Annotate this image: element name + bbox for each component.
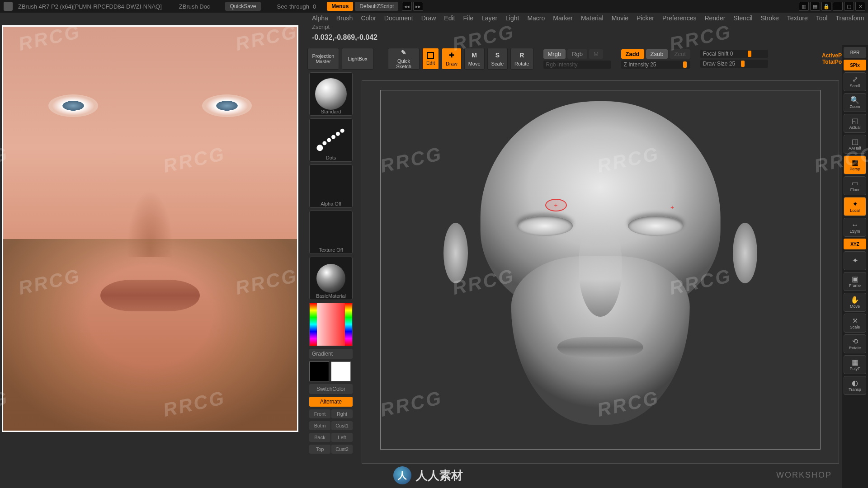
maximize-icon[interactable]: ▢	[844, 2, 854, 11]
menu-marker[interactable]: Marker	[553, 14, 573, 22]
draw-size-slider[interactable]: Draw Size 25	[700, 60, 768, 68]
alpha-slot[interactable]: Alpha Off	[309, 164, 353, 208]
scale-mode-button[interactable]: SScale	[487, 48, 508, 70]
menus-button[interactable]: Menus	[327, 2, 353, 11]
menu-edit[interactable]: Edit	[444, 14, 455, 22]
stroke-slot[interactable]: Dots	[309, 118, 353, 162]
viewport[interactable]: +	[362, 80, 839, 464]
menu-preferences[interactable]: Preferences	[662, 14, 696, 22]
footer-brand-icon: 人	[393, 466, 411, 484]
view-top-button[interactable]: Top	[309, 445, 330, 454]
projection-master-button[interactable]: Projection Master	[307, 48, 339, 70]
menu-movie[interactable]: Movie	[612, 14, 628, 22]
move-icon: M	[470, 51, 479, 60]
layout1-icon[interactable]: ▥	[799, 2, 809, 11]
menu-render[interactable]: Render	[704, 14, 725, 22]
rotate-mode-button[interactable]: RRotate	[510, 48, 533, 70]
menu-macro[interactable]: Macro	[527, 14, 545, 22]
spix-button[interactable]: SPix	[844, 60, 866, 70]
transp-button[interactable]: ◐Transp	[844, 376, 866, 395]
floor-button[interactable]: ▭Floor	[844, 176, 866, 195]
menu-light[interactable]: Light	[505, 14, 519, 22]
draw-mode-button[interactable]: ✚Draw	[442, 48, 462, 70]
seethrough-value[interactable]: 0	[311, 3, 318, 10]
view-back-button[interactable]: Back	[309, 433, 330, 442]
switchcolor-button[interactable]: SwitchColor	[309, 384, 353, 394]
persp-label: Persp	[849, 167, 860, 171]
nav-scale-button[interactable]: ⤧Scale	[844, 314, 866, 333]
zcut-chip[interactable]: Zcut	[670, 49, 690, 59]
scroll-button[interactable]: ⤢Scroll	[844, 72, 866, 91]
menu-document[interactable]: Document	[384, 14, 413, 22]
menu-tool[interactable]: Tool	[816, 14, 828, 22]
menu-file[interactable]: File	[463, 14, 473, 22]
xyz-button[interactable]: XYZ	[844, 239, 866, 249]
draw-icon: ✚	[447, 51, 456, 60]
menu-alpha[interactable]: Alpha	[312, 14, 328, 22]
lock-icon[interactable]: 🔒	[821, 2, 831, 11]
next-icon[interactable]: ▸▸	[413, 2, 423, 11]
frame-button[interactable]: ▣Frame	[844, 272, 866, 291]
pf-button[interactable]: ✦	[844, 251, 866, 270]
view-front-button[interactable]: Front	[309, 409, 330, 418]
menu-stencil[interactable]: Stencil	[733, 14, 752, 22]
nav-move-label: Move	[850, 304, 860, 309]
m-chip[interactable]: M	[589, 49, 603, 59]
prev-icon[interactable]: ◂◂	[402, 2, 412, 11]
local-button[interactable]: ✦Local	[844, 197, 866, 216]
view-bottom-button[interactable]: Botm	[309, 421, 330, 430]
rgb-chip[interactable]: Rgb	[567, 49, 587, 59]
bpr-button[interactable]: BPR	[844, 47, 866, 58]
polyf-button[interactable]: ▦PolyF	[844, 355, 866, 374]
hue-bar-left[interactable]	[310, 303, 317, 346]
actual-button[interactable]: ◱Actual	[844, 114, 866, 133]
menu-stroke[interactable]: Stroke	[760, 14, 778, 22]
brush-slot[interactable]: Standard	[309, 72, 353, 116]
zsub-chip[interactable]: Zsub	[646, 49, 668, 59]
persp-button[interactable]: ▦Persp	[844, 155, 866, 174]
active-points: ActiveP	[822, 52, 842, 59]
minimize-icon[interactable]: —	[833, 2, 843, 11]
rotate-icon: R	[517, 51, 526, 60]
menu-layer[interactable]: Layer	[481, 14, 497, 22]
rgb-intensity-slider[interactable]: Rgb Intensity	[543, 61, 611, 69]
default-zscript-button[interactable]: DefaultZScript	[355, 2, 398, 11]
close-icon[interactable]: ✕	[855, 2, 865, 11]
menu-texture[interactable]: Texture	[787, 14, 808, 22]
view-cust1-button[interactable]: Cust1	[331, 421, 353, 430]
lightbox-button[interactable]: LightBox	[342, 48, 373, 70]
move-mode-button[interactable]: MMove	[464, 48, 485, 70]
z-intensity-slider[interactable]: Z Intensity 25	[621, 61, 690, 69]
menu-color[interactable]: Color	[361, 14, 376, 22]
aahalf-button[interactable]: ◫AAHalf	[844, 135, 866, 154]
zoom-button[interactable]: 🔍Zoom	[844, 93, 866, 112]
mrgb-chip[interactable]: Mrgb	[543, 49, 566, 59]
view-left-button[interactable]: Left	[331, 433, 353, 442]
menu-draw[interactable]: Draw	[421, 14, 436, 22]
texture-slot[interactable]: Texture Off	[309, 211, 353, 254]
material-slot[interactable]: BasicMaterial	[309, 257, 353, 300]
nav-move-button[interactable]: ✋Move	[844, 293, 866, 312]
alternate-button[interactable]: Alternate	[309, 397, 353, 407]
menu-picker[interactable]: Picker	[637, 14, 654, 22]
primary-color-swatch[interactable]	[331, 361, 351, 381]
nav-rotate-button[interactable]: ⟲Rotate	[844, 334, 866, 353]
hue-bar-right[interactable]	[345, 303, 352, 346]
secondary-color-swatch[interactable]	[309, 361, 329, 381]
view-right-button[interactable]: Rght	[331, 409, 353, 418]
menu-transform[interactable]: Transform	[835, 14, 864, 22]
menu-material[interactable]: Material	[581, 14, 604, 22]
sculpt-head-mesh[interactable]: +	[447, 101, 754, 438]
view-cust2-button[interactable]: Cust2	[331, 445, 353, 454]
lsym-button[interactable]: ↔LSym	[844, 218, 866, 237]
quick-sketch-button[interactable]: ✎Quick Sketch	[388, 48, 420, 70]
edit-mode-button[interactable]: Edit	[422, 48, 439, 70]
gradient-button[interactable]: Gradient	[309, 349, 353, 359]
brush-preview-icon	[315, 78, 347, 110]
color-picker[interactable]	[309, 303, 353, 346]
layout2-icon[interactable]: ▦	[810, 2, 820, 11]
menu-brush[interactable]: Brush	[336, 14, 353, 22]
zadd-chip[interactable]: Zadd	[621, 49, 644, 59]
quicksave-button[interactable]: QuickSave	[225, 2, 260, 11]
focal-shift-slider[interactable]: Focal Shift 0	[700, 50, 768, 58]
